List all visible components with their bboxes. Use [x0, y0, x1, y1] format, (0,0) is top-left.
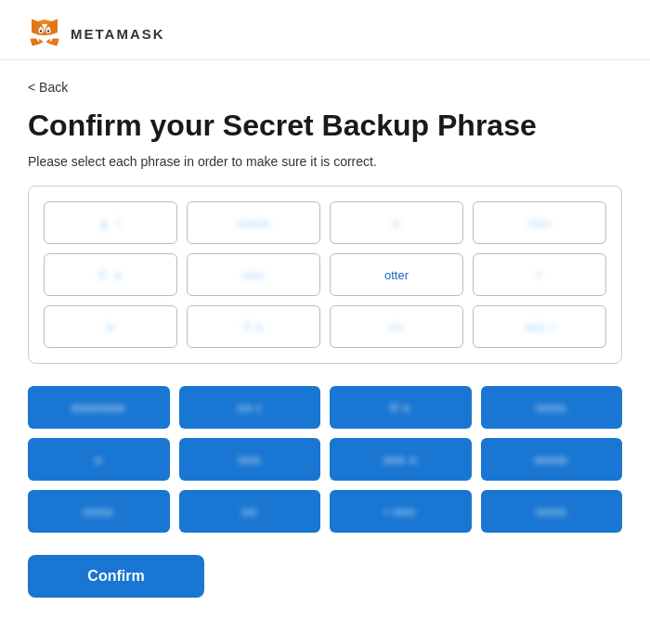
word-button-10[interactable]: nn	[179, 490, 321, 533]
phrase-slot-5[interactable]: fl s	[44, 253, 177, 296]
word-button-11[interactable]: l nnn	[330, 490, 472, 533]
page-title: Confirm your Secret Backup Phrase	[28, 108, 622, 143]
word-button-1[interactable]: mmmmm	[28, 386, 170, 429]
word-button-6[interactable]: nnn	[179, 438, 321, 481]
app-name: METAMASK	[71, 26, 165, 42]
phrase-slot-1[interactable]: g l	[44, 201, 177, 244]
word-button-8[interactable]: mmm	[481, 438, 623, 481]
word-button-5[interactable]: n	[28, 438, 170, 481]
phrase-slot-3[interactable]: n	[330, 201, 463, 244]
phrase-slot-10[interactable]: fl n	[187, 305, 320, 348]
phrase-slot-8[interactable]: f	[473, 253, 606, 296]
phrase-slot-2[interactable]: mmm	[187, 201, 320, 244]
page-subtitle: Please select each phrase in order to ma…	[28, 154, 622, 169]
phrase-slot-4[interactable]: nnn	[473, 201, 606, 244]
back-button[interactable]: < Back	[28, 80, 68, 95]
word-bank-grid: mmmmm nn t fl n nnnn n nnn mm n mmm nnnn…	[28, 386, 622, 533]
svg-marker-12	[44, 34, 46, 36]
svg-marker-3	[31, 39, 39, 45]
word-button-2[interactable]: nn t	[179, 386, 321, 429]
svg-point-10	[40, 30, 42, 32]
phrase-slot-11[interactable]: nn	[330, 305, 463, 348]
word-button-9[interactable]: nnnn	[28, 490, 170, 533]
svg-point-11	[47, 30, 49, 32]
phrase-slots-grid: g l mmm n nnn fl s nnn otter f b fl n nn…	[44, 201, 606, 348]
app-header: METAMASK	[0, 0, 650, 60]
phrase-slot-6[interactable]: nnn	[187, 253, 320, 296]
metamask-logo	[28, 17, 61, 50]
phrase-slot-12[interactable]: mm l	[473, 305, 606, 348]
word-button-3[interactable]: fl n	[330, 386, 472, 429]
confirm-button[interactable]: Confirm	[28, 555, 204, 598]
phrase-slot-9[interactable]: b	[44, 305, 177, 348]
main-content: < Back Confirm your Secret Backup Phrase…	[0, 60, 650, 620]
word-button-4[interactable]: nnnn	[481, 386, 623, 429]
word-button-12[interactable]: nnnn	[481, 490, 623, 533]
word-button-7[interactable]: mm n	[330, 438, 472, 481]
phrase-slot-7[interactable]: otter	[330, 253, 463, 296]
svg-marker-6	[39, 40, 43, 45]
svg-marker-2	[50, 39, 58, 45]
phrase-confirmation-box: g l mmm n nnn fl s nnn otter f b fl n nn…	[28, 186, 622, 364]
svg-marker-7	[46, 40, 50, 45]
